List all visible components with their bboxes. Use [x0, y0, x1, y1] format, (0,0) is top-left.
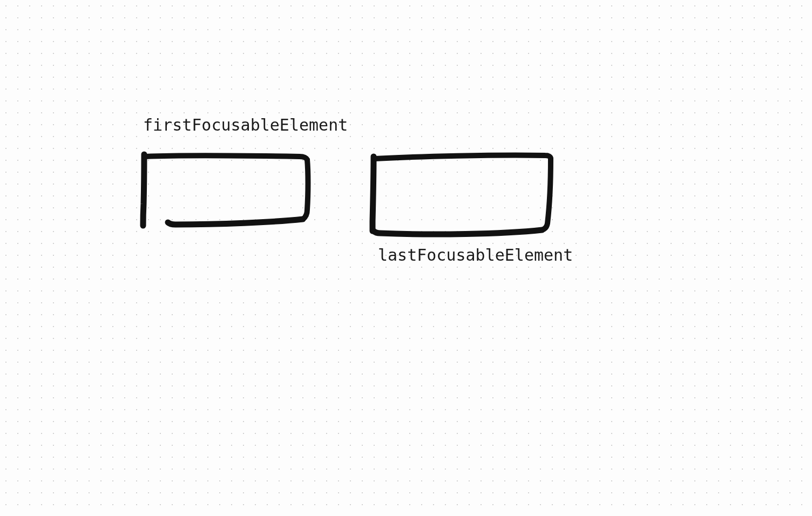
last-focusable-label: lastFocusableElement [378, 246, 573, 264]
whiteboard-canvas[interactable]: firstFocusableElement lastFocusableEleme… [0, 0, 812, 516]
first-focusable-label: firstFocusableElement [143, 116, 348, 134]
first-focusable-box [138, 150, 321, 239]
last-focusable-box [367, 151, 561, 245]
